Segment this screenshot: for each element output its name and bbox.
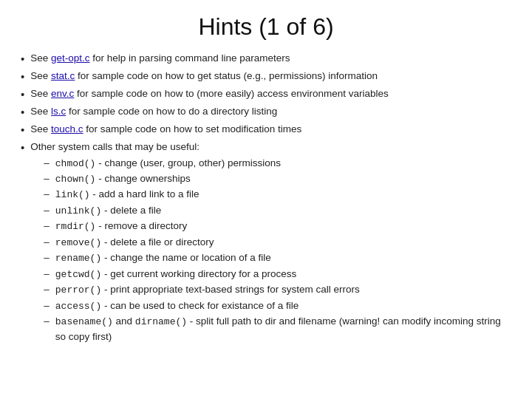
- link-get-opt[interactable]: get-opt.c: [51, 52, 90, 64]
- sub-item-perror: perror() - print appropriate text-based …: [44, 282, 511, 297]
- list-item-3: See env.c for sample code on how to (mor…: [21, 86, 511, 102]
- other-calls-label: Other system calls that may be useful:: [30, 140, 511, 154]
- sub-item-remove: remove() - delete a file or directory: [44, 235, 511, 250]
- sub-item-unlink: unlink() - delete a file: [44, 203, 511, 218]
- sub-item-getcwd: getcwd() - get current working directory…: [44, 267, 511, 282]
- bullet-text-3: See env.c for sample code on how to (mor…: [30, 86, 389, 101]
- list-item-5: See touch.c for sample code on how to se…: [21, 122, 511, 137]
- sub-item-access: access() - can be used to check for exis…: [44, 299, 511, 313]
- sub-item-getcwd-text: getcwd() - get current working directory…: [55, 267, 297, 282]
- sub-item-chown: chown() - change ownerships: [44, 171, 511, 186]
- sub-item-unlink-text: unlink() - delete a file: [55, 203, 161, 218]
- main-list: See get-opt.c for help in parsing comman…: [21, 51, 511, 344]
- sub-item-rmdir: rmdir() - remove a directory: [44, 219, 511, 233]
- page: Hints (1 of 6) See get-opt.c for help in…: [0, 0, 532, 399]
- sub-list: chmod() - change (user, group, other) pe…: [44, 156, 511, 344]
- sub-item-link: link() - add a hard link to a file: [44, 187, 511, 202]
- sub-item-chown-text: chown() - change ownerships: [55, 171, 191, 186]
- other-calls-block: Other system calls that may be useful: c…: [30, 140, 511, 344]
- link-ls[interactable]: ls.c: [51, 106, 66, 117]
- page-title: Hints (1 of 6): [21, 13, 511, 41]
- sub-item-chmod-text: chmod() - change (user, group, other) pe…: [55, 156, 281, 171]
- sub-item-remove-text: remove() - delete a file or directory: [55, 235, 214, 250]
- sub-item-rename-text: rename() - change the name or location o…: [55, 250, 271, 265]
- list-item-2: See stat.c for sample code on how to get…: [21, 69, 511, 84]
- sub-item-basename: basename() and dirname() - split full pa…: [44, 314, 511, 344]
- sub-item-rename: rename() - change the name or location o…: [44, 250, 511, 265]
- sub-item-perror-text: perror() - print appropriate text-based …: [55, 282, 360, 297]
- list-item-1: See get-opt.c for help in parsing comman…: [21, 51, 511, 66]
- list-item-4: See ls.c for sample code on how to do a …: [21, 104, 511, 120]
- bullet-text-5: See touch.c for sample code on how to se…: [30, 122, 301, 137]
- sub-item-chmod: chmod() - change (user, group, other) pe…: [44, 156, 511, 171]
- bullet-text-2: See stat.c for sample code on how to get…: [30, 69, 378, 83]
- bullet-text-4: See ls.c for sample code on how to do a …: [30, 104, 277, 119]
- link-touch[interactable]: touch.c: [51, 123, 83, 134]
- sub-item-link-text: link() - add a hard link to a file: [55, 187, 200, 202]
- sub-item-basename-text: basename() and dirname() - split full pa…: [55, 314, 511, 344]
- sub-item-access-text: access() - can be used to check for exis…: [55, 299, 299, 313]
- bullet-text-1: See get-opt.c for help in parsing comman…: [30, 51, 290, 66]
- link-stat[interactable]: stat.c: [51, 70, 75, 81]
- list-item-6: Other system calls that may be useful: c…: [21, 140, 511, 344]
- sub-item-rmdir-text: rmdir() - remove a directory: [55, 219, 187, 233]
- link-env[interactable]: env.c: [51, 88, 74, 99]
